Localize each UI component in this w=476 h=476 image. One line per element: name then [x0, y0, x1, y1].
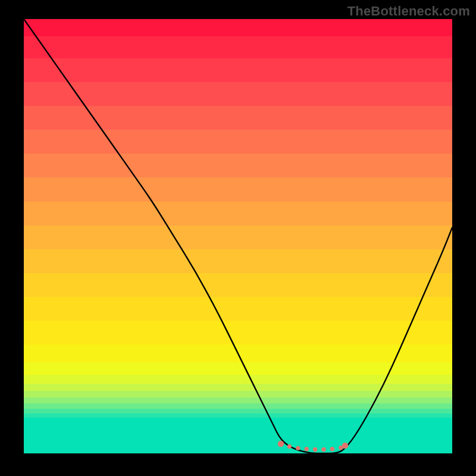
optimal-range-markers: [278, 441, 348, 452]
watermark-text: TheBottleneck.com: [347, 4, 470, 19]
optimal-marker: [278, 441, 284, 447]
optimal-marker: [330, 447, 334, 451]
curve-layer: [24, 19, 452, 453]
optimal-marker: [296, 446, 300, 450]
chart-container: TheBottleneck.com: [0, 0, 476, 476]
optimal-marker: [321, 447, 325, 452]
optimal-marker: [305, 447, 309, 451]
optimal-marker: [287, 444, 292, 449]
optimal-marker: [342, 443, 348, 449]
optimal-marker: [313, 447, 317, 452]
plot-area: [24, 19, 452, 453]
bottleneck-curve: [24, 19, 452, 453]
